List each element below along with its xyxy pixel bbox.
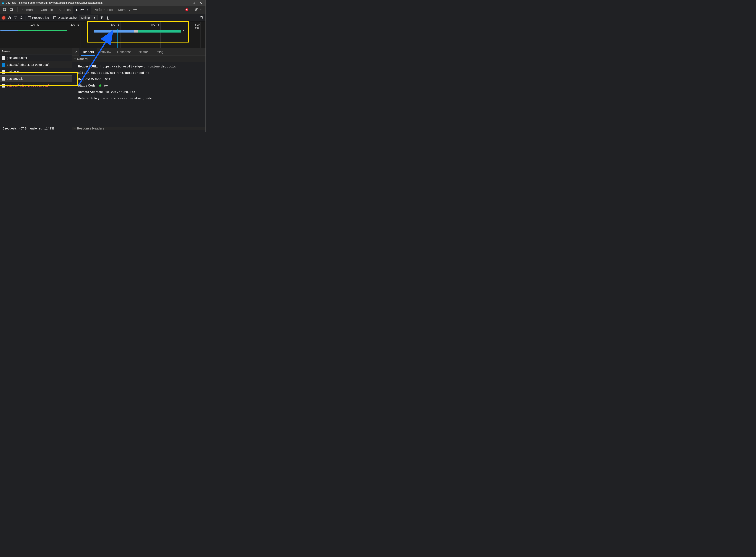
request-detail-panel: ✕ Headers Preview Response Initiator Tim…	[72, 48, 206, 125]
search-icon[interactable]	[20, 16, 24, 20]
network-split: Name getstarted.html 1ef6de6f-bd5d-47b3-…	[0, 48, 206, 125]
throttling-select[interactable]: Online ▼	[79, 15, 97, 20]
tab-initiator[interactable]: Initiator	[134, 48, 151, 56]
tab-elements[interactable]: Elements	[19, 6, 38, 14]
tab-memory[interactable]: Memory	[116, 6, 133, 14]
tab-performance[interactable]: Performance	[91, 6, 116, 14]
disclosure-triangle-icon: ▼	[74, 58, 76, 60]
status-transferred: 407 B transferred	[19, 127, 42, 130]
svg-point-8	[195, 8, 197, 10]
referrer-policy-label: Referrer Policy:	[78, 96, 100, 100]
request-url-value: https://microsoft-edge-chromium-devtools…	[100, 65, 178, 68]
tab-response[interactable]: Response	[114, 48, 134, 56]
request-row[interactable]: getstarted.html	[0, 55, 72, 61]
panel-tabstrip: Elements Console Sources Network Perform…	[0, 6, 206, 14]
error-icon: ✕	[185, 8, 188, 11]
network-overview[interactable]: 100 ms 200 ms 300 ms 400 ms 500 ms	[0, 22, 206, 48]
request-name: 1ef6de6f-bd5d-47b3-9e6e-0baf…	[7, 63, 52, 66]
annotation-highlight-box	[0, 72, 78, 86]
section-general[interactable]: ▼ General	[72, 56, 206, 62]
svg-rect-17	[106, 19, 109, 20]
status-code-label: Status Code:	[78, 84, 96, 87]
network-toolbar: Preserve log Disable cache Online ▼	[0, 14, 206, 22]
tab-headers[interactable]: Headers	[79, 48, 97, 56]
tick-100ms: 100 ms	[30, 23, 40, 26]
overview-bar	[0, 30, 18, 31]
maximize-button[interactable]	[190, 0, 197, 6]
annotation-highlight-box	[87, 21, 189, 42]
status-dot-icon	[99, 84, 101, 87]
close-details-icon[interactable]: ✕	[74, 50, 79, 54]
overview-bar	[18, 30, 67, 31]
svg-point-9	[200, 9, 201, 10]
devtools-app-icon	[1, 1, 4, 4]
svg-point-10	[201, 9, 202, 10]
svg-line-15	[22, 18, 23, 19]
titlebar: DevTools - microsoft-edge-chromium-devto…	[0, 0, 206, 6]
upload-har-icon[interactable]	[100, 16, 103, 20]
svg-line-13	[9, 17, 10, 19]
device-toolbar-icon[interactable]	[9, 7, 15, 13]
tab-network[interactable]: Network	[73, 6, 91, 14]
svg-rect-2	[193, 2, 195, 4]
svg-point-14	[20, 17, 22, 19]
column-header-name[interactable]: Name	[0, 48, 72, 55]
download-har-icon[interactable]	[106, 16, 109, 20]
tab-timing[interactable]: Timing	[151, 48, 166, 56]
tick-500ms: 500 ms	[195, 23, 200, 29]
tab-sources[interactable]: Sources	[56, 6, 73, 14]
detail-tabstrip: ✕ Headers Preview Response Initiator Tim…	[72, 48, 206, 56]
status-summary: 5 requests 407 B transferred 114 KB	[0, 127, 72, 130]
status-resources: 114 KB	[44, 127, 54, 130]
more-tabs-icon[interactable]	[133, 8, 137, 12]
error-count: 1	[189, 8, 191, 12]
network-settings-icon[interactable]	[200, 16, 204, 20]
disable-cache-checkbox[interactable]: Disable cache	[53, 16, 77, 20]
error-indicator[interactable]: ✕ 1	[185, 8, 191, 12]
general-headers-block: Request URL: https://microsoft-edge-chro…	[72, 62, 206, 103]
tab-preview[interactable]: Preview	[97, 48, 114, 56]
window-title: DevTools - microsoft-edge-chromium-devto…	[6, 1, 103, 4]
inspect-element-icon[interactable]	[2, 7, 8, 13]
feedback-icon[interactable]	[194, 8, 199, 12]
request-name: getstarted.html	[7, 56, 27, 60]
section-response-headers[interactable]: ▼ Response Headers	[72, 127, 206, 130]
clear-icon[interactable]	[7, 16, 11, 20]
request-list-panel: Name getstarted.html 1ef6de6f-bd5d-47b3-…	[0, 48, 72, 125]
status-bar: 5 requests 407 B transferred 114 KB ▼ Re…	[0, 125, 206, 132]
record-button[interactable]	[2, 16, 5, 20]
minimize-button[interactable]	[183, 0, 190, 6]
svg-rect-16	[100, 16, 103, 17]
remote-address-label: Remote Address:	[78, 90, 103, 93]
request-method-value: GET	[105, 78, 111, 81]
close-button[interactable]	[197, 0, 204, 6]
svg-point-11	[203, 9, 203, 10]
request-url-value-cont: glitch.me/static/network/getstarted.js	[78, 71, 150, 75]
disclosure-triangle-icon: ▼	[74, 127, 76, 130]
request-url-label: Request URL:	[78, 65, 98, 68]
tick-200ms: 200 ms	[70, 23, 80, 26]
devtools-window: DevTools - microsoft-edge-chromium-devto…	[0, 0, 206, 132]
request-row[interactable]: 1ef6de6f-bd5d-47b3-9e6e-0baf…	[0, 61, 72, 68]
filter-icon[interactable]	[13, 16, 18, 20]
file-icon	[2, 56, 5, 60]
status-requests: 5 requests	[3, 127, 17, 130]
preserve-log-checkbox[interactable]: Preserve log	[28, 16, 49, 20]
status-code-value: 304	[103, 84, 109, 87]
settings-menu-icon[interactable]	[199, 9, 204, 10]
edge-favicon-icon	[2, 63, 5, 67]
request-method-label: Request Method:	[78, 78, 102, 81]
chevron-down-icon: ▼	[93, 17, 96, 19]
referrer-policy-value: no-referrer-when-downgrade	[103, 97, 152, 100]
tab-console[interactable]: Console	[38, 6, 56, 14]
remote-address-value: 18.204.57.207:443	[105, 90, 137, 94]
